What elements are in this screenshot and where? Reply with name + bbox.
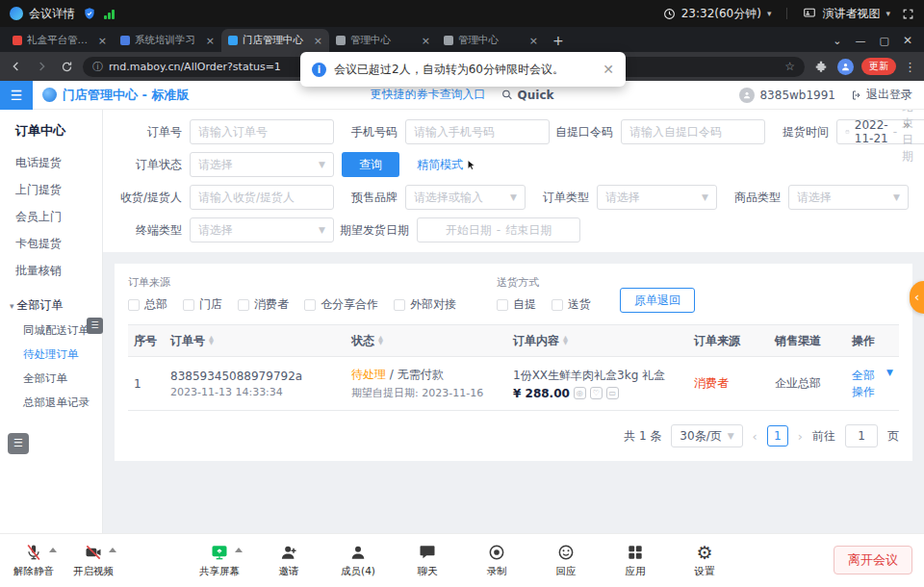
browser-update-button[interactable]: 更新: [861, 58, 896, 75]
order-type-select[interactable]: 请选择▼: [597, 185, 717, 210]
goto-page-input[interactable]: [845, 424, 878, 447]
coupon-query-link[interactable]: 更快捷的券卡查询入口: [371, 87, 486, 103]
row-action-dropdown[interactable]: 全部操作 ▼: [846, 368, 899, 400]
floating-menu-button[interactable]: ☰: [8, 433, 29, 454]
forward-icon[interactable]: [33, 58, 50, 75]
video-options-caret-icon[interactable]: [109, 548, 116, 552]
toast-close-icon[interactable]: ✕: [603, 62, 614, 77]
checkbox-warehouse-coop[interactable]: 仓分享合作: [304, 296, 378, 313]
order-status-select[interactable]: 请选择▼: [190, 152, 334, 177]
window-close-icon[interactable]: ✕: [903, 34, 912, 47]
checkbox-self-pickup[interactable]: 自提: [497, 296, 536, 313]
meeting-details-link[interactable]: 会议详情: [29, 6, 75, 22]
checkbox-icon: [304, 299, 316, 311]
checkbox-consumer[interactable]: 消费者: [238, 296, 289, 313]
prev-page-icon[interactable]: ‹: [753, 429, 757, 444]
window-maximize-icon[interactable]: ▢: [880, 35, 889, 47]
checkbox-store[interactable]: 门店: [183, 296, 222, 313]
browser-tab[interactable]: 管理中心 ×: [437, 29, 545, 52]
settings-button[interactable]: ⚙ 设置: [679, 538, 731, 578]
chat-button[interactable]: 聊天: [401, 538, 453, 578]
sidebar-item-member-visit[interactable]: 会员上门: [0, 203, 102, 230]
pickup-code-input[interactable]: [621, 119, 765, 144]
tab-close-icon[interactable]: ×: [98, 35, 107, 47]
reactions-button[interactable]: 回应: [540, 538, 592, 578]
expect-date-range[interactable]: 开始日期 - 结束日期: [417, 217, 580, 242]
timer-dropdown-icon[interactable]: ▾: [767, 9, 772, 18]
unmute-button[interactable]: 解除静音: [8, 538, 60, 578]
meeting-toast: i 会议已超过2人，自动转为60分钟限时会议。 ✕: [300, 52, 626, 87]
view-mode-dropdown-icon[interactable]: ▾: [886, 9, 890, 18]
tab-close-icon[interactable]: ×: [422, 35, 430, 47]
tab-close-icon[interactable]: ×: [314, 35, 322, 47]
sort-icon[interactable]: ▲▼: [378, 336, 383, 345]
members-button[interactable]: 成员(4): [332, 538, 384, 578]
mic-options-caret-icon[interactable]: [49, 548, 57, 552]
sidebar-group-all-orders[interactable]: ▾全部订单: [0, 292, 102, 319]
share-screen-button[interactable]: 共享屏幕: [193, 538, 245, 578]
start-video-button[interactable]: 开启视频: [67, 538, 119, 578]
browser-profile-avatar[interactable]: [837, 59, 854, 75]
phone-input[interactable]: [405, 119, 550, 144]
checkbox-hq[interactable]: 总部: [128, 296, 167, 313]
window-minimize-icon[interactable]: —: [856, 35, 866, 47]
terminal-type-select[interactable]: 请选择▼: [190, 217, 334, 242]
query-button[interactable]: 查询: [342, 152, 399, 177]
sidebar-item-pending-orders[interactable]: 待处理订单: [0, 343, 102, 367]
leave-meeting-button[interactable]: 离开会议: [834, 546, 912, 574]
back-icon[interactable]: [8, 58, 25, 75]
refresh-icon[interactable]: [58, 58, 75, 75]
sidebar-item-door-pickup[interactable]: 上门提货: [0, 176, 102, 203]
receiver-input[interactable]: [190, 185, 334, 210]
quick-search[interactable]: Quick: [501, 89, 554, 102]
tab-close-icon[interactable]: ×: [529, 35, 538, 47]
record-button[interactable]: 录制: [471, 538, 523, 578]
bookmark-star-icon[interactable]: ☆: [784, 60, 795, 73]
drag-handle-widget[interactable]: ☰: [87, 318, 103, 334]
checkbox-external[interactable]: 外部对接: [394, 296, 456, 313]
tab-close-icon[interactable]: ×: [206, 35, 215, 47]
sidebar-item-phone-pickup[interactable]: 电话提货: [0, 149, 102, 176]
sort-icon[interactable]: ▲▼: [209, 336, 214, 345]
logout-button[interactable]: 退出登录: [851, 87, 912, 103]
user-account[interactable]: 8385wb1991: [739, 88, 835, 103]
presale-brand-label: 预售品牌: [334, 190, 405, 206]
phone-label: 手机号码: [334, 124, 405, 140]
view-mode-label[interactable]: 演讲者视图: [822, 6, 880, 22]
goods-type-select[interactable]: 请选择▼: [788, 185, 909, 210]
presale-brand-select[interactable]: 请选择或输入▼: [405, 185, 526, 210]
sidebar-item-card-pickup[interactable]: 卡包提货: [0, 230, 102, 257]
logout-label: 退出登录: [866, 87, 912, 103]
collapse-panel-icon[interactable]: »: [903, 117, 911, 132]
site-info-icon[interactable]: ⓘ: [92, 60, 103, 74]
browser-tab[interactable]: 管理中心 ×: [329, 29, 437, 52]
current-page[interactable]: 1: [767, 425, 788, 447]
share-options-caret-icon[interactable]: [235, 548, 243, 552]
chevron-down-icon: ▼: [728, 431, 734, 441]
next-page-icon[interactable]: ›: [798, 429, 803, 444]
original-return-button[interactable]: 原单退回: [620, 288, 695, 313]
sidebar-item-all-orders[interactable]: 全部订单: [0, 367, 102, 391]
apps-button[interactable]: 应用: [609, 538, 661, 578]
security-shield-icon[interactable]: [83, 7, 96, 20]
browser-tab[interactable]: 礼盒平台管理中心 ×: [6, 29, 114, 52]
sort-icon[interactable]: ▲▼: [563, 336, 568, 345]
order-no-input[interactable]: [190, 119, 334, 144]
checkbox-delivery[interactable]: 送货: [552, 296, 591, 313]
extensions-puzzle-icon[interactable]: [812, 58, 830, 75]
browser-tab[interactable]: 系统培训学习 ×: [114, 29, 221, 52]
simple-mode-link[interactable]: 精简模式: [417, 157, 477, 173]
col-status: 状态: [351, 333, 374, 349]
tab-search-icon[interactable]: ⌄: [833, 35, 841, 47]
browser-tab-active[interactable]: 门店管理中心 ×: [221, 29, 329, 52]
page-size-select[interactable]: 30条/页 ▼: [671, 424, 742, 447]
browser-menu-icon[interactable]: ⋮: [904, 60, 916, 74]
sidebar-item-hq-refunds[interactable]: 总部退单记录: [0, 391, 102, 415]
hamburger-menu-button[interactable]: ☰: [0, 81, 33, 110]
invite-button[interactable]: 邀请: [263, 538, 315, 578]
sidebar-item-batch-verify[interactable]: 批量核销: [0, 257, 102, 284]
pickup-date-range[interactable]: 2022-11-21 - 结束日期: [836, 119, 924, 144]
tab-favicon: [336, 36, 346, 45]
fullscreen-icon[interactable]: [902, 8, 914, 20]
new-tab-button[interactable]: +: [552, 33, 564, 48]
